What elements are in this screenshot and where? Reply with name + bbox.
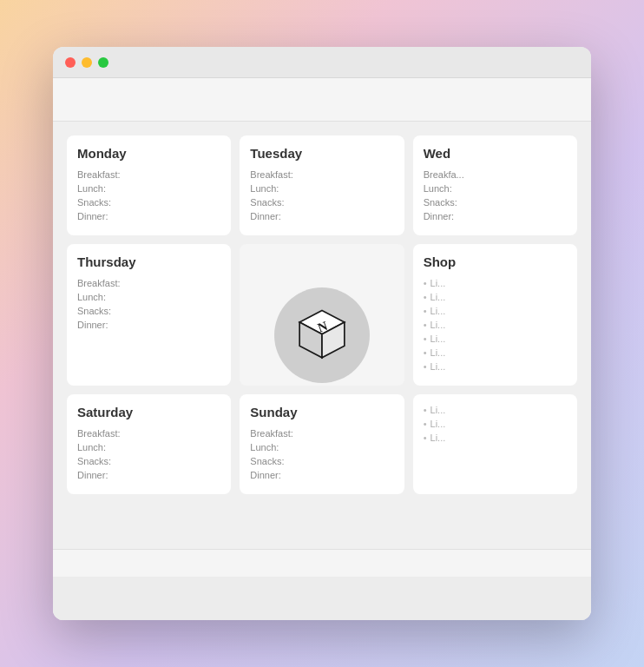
sunday-card: Sunday Breakfast: Lunch: Snacks: Dinner: [240, 394, 404, 494]
shop-item-2: •Li... [424, 292, 567, 302]
maximize-button[interactable] [98, 57, 108, 68]
shopping-card-2: •Li... •Li... •Li... [413, 394, 577, 494]
wednesday-breakfast: Breakfa... [424, 169, 567, 180]
notion-icon: N [292, 306, 352, 365]
shop-item-3: •Li... [424, 306, 567, 316]
shop-item-9: •Li... [424, 419, 567, 429]
shopping-card-1: Shop •Li... •Li... •Li... •Li... •Li... … [413, 244, 577, 386]
tuesday-title: Tuesday [250, 146, 393, 161]
tuesday-lunch: Lunch: [250, 183, 393, 194]
sunday-title: Sunday [250, 405, 393, 419]
thursday-snacks: Snacks: [77, 306, 220, 316]
tuesday-card: Tuesday Breakfast: Lunch: Snacks: Dinner… [240, 135, 404, 235]
shop-item-5: •Li... [424, 334, 567, 344]
thursday-dinner: Dinner: [77, 320, 220, 330]
monday-breakfast: Breakfast: [77, 169, 220, 180]
shopping-title-1: Shop [424, 254, 567, 269]
saturday-dinner: Dinner: [77, 470, 220, 480]
tuesday-breakfast: Breakfast: [250, 169, 393, 180]
week-row-1: Monday Breakfast: Lunch: Snacks: Dinner:… [67, 135, 577, 235]
window-content: N Monday Breakfast: Lunch: Snacks: Dinne… [53, 78, 591, 620]
wednesday-title: Wed [424, 146, 567, 161]
sunday-snacks: Snacks: [250, 456, 393, 466]
close-button[interactable] [65, 57, 76, 68]
shop-item-8: •Li... [424, 405, 567, 415]
scroll-bar[interactable] [53, 549, 591, 577]
thursday-lunch: Lunch: [77, 292, 220, 302]
wednesday-snacks: Snacks: [424, 197, 567, 208]
minimize-button[interactable] [82, 57, 92, 68]
sunday-lunch: Lunch: [250, 442, 393, 452]
titlebar [53, 47, 591, 78]
shop-item-7: •Li... [424, 361, 567, 372]
wednesday-lunch: Lunch: [424, 183, 567, 194]
monday-title: Monday [77, 146, 220, 161]
shop-item-10: •Li... [424, 433, 567, 443]
shop-item-4: •Li... [424, 320, 567, 330]
saturday-card: Saturday Breakfast: Lunch: Snacks: Dinne… [67, 394, 231, 494]
sunday-dinner: Dinner: [250, 470, 393, 480]
tuesday-dinner: Dinner: [250, 211, 393, 221]
thursday-breakfast: Breakfast: [77, 278, 220, 288]
shop-item-1: •Li... [424, 278, 567, 288]
footer-bar [53, 577, 591, 620]
top-toolbar [53, 78, 591, 122]
wednesday-dinner: Dinner: [424, 211, 567, 221]
monday-card: Monday Breakfast: Lunch: Snacks: Dinner: [67, 135, 231, 235]
week-row-3: Saturday Breakfast: Lunch: Snacks: Dinne… [67, 394, 577, 494]
saturday-title: Saturday [77, 405, 220, 419]
app-window: N Monday Breakfast: Lunch: Snacks: Dinne… [53, 47, 591, 620]
monday-snacks: Snacks: [77, 197, 220, 208]
saturday-snacks: Snacks: [77, 456, 220, 466]
wednesday-card: Wed Breakfa... Lunch: Snacks: Dinner: [413, 135, 577, 235]
tuesday-snacks: Snacks: [250, 197, 393, 208]
main-content: N Monday Breakfast: Lunch: Snacks: Dinne… [53, 122, 591, 549]
monday-lunch: Lunch: [77, 183, 220, 194]
thursday-title: Thursday [77, 254, 220, 269]
shop-item-6: •Li... [424, 347, 567, 358]
saturday-lunch: Lunch: [77, 442, 220, 452]
sunday-breakfast: Breakfast: [250, 428, 393, 439]
saturday-breakfast: Breakfast: [77, 428, 220, 439]
monday-dinner: Dinner: [77, 211, 220, 221]
thursday-card: Thursday Breakfast: Lunch: Snacks: Dinne… [67, 244, 231, 386]
notion-overlay: N [274, 287, 370, 383]
